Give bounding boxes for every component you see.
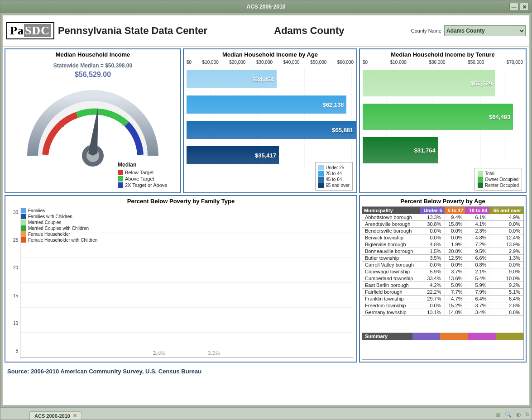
tenure-chart-title: Median Household Income by Tenure <box>360 49 526 60</box>
county-select-label: County Name <box>411 28 441 33</box>
window-title: ACS 2006-2010 <box>246 4 285 10</box>
minimize-icon[interactable]: — <box>509 3 518 11</box>
income-by-age-panel: Median Household Income by Age $0$10,000… <box>183 48 357 193</box>
grid-icon[interactable]: ▦ <box>495 411 500 418</box>
table-row[interactable]: Fairfield borough22.2%7.7%7.9%5.1% <box>362 289 523 296</box>
gauge-panel: Median Household Income Statewide Median… <box>5 48 181 193</box>
table-row[interactable]: Biglerville borough4.8%1.9%7.2%13.9% <box>362 241 523 248</box>
poverty-table-panel: Percent Below Poverty by Age Municipalit… <box>359 195 527 363</box>
table-row[interactable]: East Berlin borough4.2%5.0%5.9%9.2% <box>362 282 523 289</box>
table-summary-row: Summary <box>362 333 523 340</box>
table-row[interactable]: Bendersville borough0.0%0.0%2.3%0.0% <box>362 228 523 234</box>
age-chart-plot: $34,464$62,138$65,881$35,417Under 2525 t… <box>184 65 356 192</box>
tenure-chart-axis: $0$10,000$30,000$50,000$70,000 <box>360 60 526 65</box>
gauge-title: Median Household Income <box>5 49 180 60</box>
table-row[interactable]: Butler township3.5%12.5%6.6%1.3% <box>362 255 523 262</box>
status-bar: ACS 2006-2010 ✕ ▦ 🔍 ◐ ↻ <box>0 407 532 420</box>
chart-icon[interactable]: ◐ <box>516 411 521 418</box>
table-row[interactable]: Freedom township0.0%15.2%3.7%2.8% <box>362 302 523 309</box>
family-chart-panel: Percent Below Poverty by Family Type 302… <box>5 195 357 363</box>
poverty-table-scroll[interactable]: MunicipalityUnder 55 to 1718 to 6465 and… <box>362 207 523 333</box>
table-row[interactable]: Carroll Valley borough0.0%0.0%0.8%0.0% <box>362 262 523 268</box>
tenure-chart-plot: $56,529$64,493$31,764TotalOwner Occupied… <box>360 65 526 192</box>
gauge-graphic <box>20 79 165 169</box>
age-chart-title: Median Household Income by Age <box>184 49 356 60</box>
refresh-icon[interactable]: ↻ <box>525 411 530 418</box>
age-chart-axis: $0$10,000$20,000$30,000$40,000$50,000$60… <box>184 60 356 65</box>
income-by-tenure-panel: Median Household Income by Tenure $0$10,… <box>359 48 527 193</box>
close-icon[interactable]: ✕ <box>520 3 529 11</box>
family-chart-yaxis: 30252015105 <box>9 208 20 358</box>
family-chart-legend: FamiliesFamilies with ChildrenMarried Co… <box>21 207 97 243</box>
tenure-chart-legend: TotalOwner OccupiedRenter Occupied <box>474 168 522 191</box>
poverty-table: MunicipalityUnder 55 to 1718 to 6465 and… <box>362 207 523 316</box>
header: PaSDC Pennsylvania State Data Center Ada… <box>3 15 529 47</box>
search-icon[interactable]: 🔍 <box>505 411 512 418</box>
gauge-value: $56,529.00 <box>5 71 180 79</box>
table-row[interactable]: Arendtsville borough30.8%15.8%4.1%0.0% <box>362 221 523 228</box>
family-chart-title: Percent Below Poverty by Family Type <box>5 196 356 206</box>
table-row[interactable]: Bonneauville borough1.5%20.8%9.5%2.9% <box>362 248 523 255</box>
table-title: Percent Below Poverty by Age <box>360 196 526 206</box>
tab-close-icon[interactable]: ✕ <box>73 413 77 419</box>
age-chart-legend: Under 2525 to 4445 to 6465 and over <box>315 162 353 191</box>
table-row[interactable]: Berwick township0.0%0.0%4.8%12.4% <box>362 234 523 241</box>
region-title: Adams County <box>207 25 411 37</box>
county-select[interactable]: Adams County <box>444 25 526 36</box>
table-row[interactable]: Cumberland township33.4%13.6%5.4%10.0% <box>362 275 523 282</box>
table-row[interactable]: Franklin township29.7%4.7%6.4%6.4% <box>362 296 523 302</box>
gauge-legend: Median Below Target Above Target 2X Targ… <box>118 162 167 189</box>
table-row[interactable]: Abbottstown borough13.3%9.4%6.1%4.9% <box>362 214 523 221</box>
window-titlebar: ACS 2006-2010 — ✕ <box>0 0 532 13</box>
gauge-statewide-label: Statewide Median = $50,398.00 <box>5 62 180 69</box>
logo: PaSDC <box>6 22 54 39</box>
org-name: Pennsylvania State Data Center <box>58 25 207 37</box>
source-citation: Source: 2006-2010 American Community Sur… <box>5 364 527 378</box>
table-row[interactable]: Conewago township5.9%3.7%2.1%9.0% <box>362 268 523 275</box>
sheet-tab[interactable]: ACS 2006-2010 ✕ <box>29 411 82 420</box>
table-row[interactable]: Germany township13.1%14.0%3.4%8.8% <box>362 309 523 316</box>
